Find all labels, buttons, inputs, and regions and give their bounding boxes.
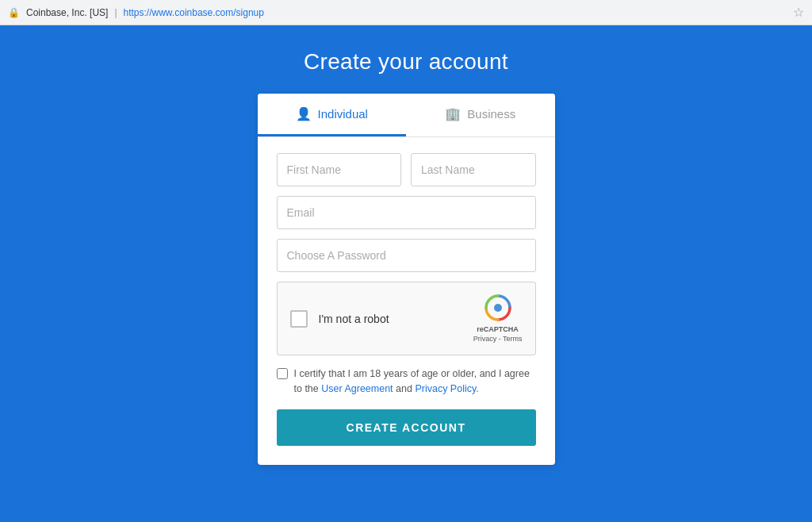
first-name-input[interactable] [277,153,402,186]
bookmark-icon[interactable]: ☆ [793,5,804,20]
recaptcha-label: I'm not a robot [319,313,389,325]
certify-row: I certify that I am 18 years of age or o… [277,367,536,397]
separator: | [114,7,117,18]
create-account-button[interactable]: CREATE ACCOUNT [277,409,536,446]
password-input[interactable] [277,239,536,272]
site-name: Coinbase, Inc. [US] [26,7,108,18]
tab-business[interactable]: 🏢 Business [406,94,555,136]
url-bar: https://www.coinbase.com/signup [124,7,264,18]
password-row [277,239,536,272]
page-title: Create your account [304,49,508,75]
certify-text: I certify that I am 18 years of age or o… [294,367,536,397]
recaptcha-subtext: Privacy - Terms [473,335,523,344]
tab-individual-label: Individual [318,107,368,121]
last-name-input[interactable] [411,153,536,186]
certify-and-word: and [396,383,412,394]
signup-card: 👤 Individual 🏢 Business [258,94,555,465]
certify-checkbox[interactable] [277,368,288,379]
recaptcha-left: I'm not a robot [290,310,389,328]
recaptcha-checkbox[interactable] [290,310,308,328]
recaptcha-text: reCAPTCHA Privacy - Terms [473,325,523,344]
name-row [277,153,536,186]
tab-individual[interactable]: 👤 Individual [258,94,407,136]
email-row [277,196,536,229]
privacy-policy-link[interactable]: Privacy Policy [415,383,476,394]
recaptcha-widget: I'm not a robot reCAPTCHA [277,282,536,355]
business-icon: 🏢 [445,106,461,121]
recaptcha-brand-name: reCAPTCHA [473,325,523,335]
browser-bar: 🔒 Coinbase, Inc. [US] | https://www.coin… [0,0,812,25]
page-background: Create your account 👤 Individual 🏢 Busin… [0,25,812,522]
account-type-tabs: 👤 Individual 🏢 Business [258,94,555,137]
lock-icon: 🔒 [8,7,20,18]
tab-business-label: Business [467,107,515,121]
individual-icon: 👤 [296,106,312,121]
svg-point-0 [494,304,502,312]
user-agreement-link[interactable]: User Agreement [321,383,393,394]
form-area: I'm not a robot reCAPTCHA [258,137,555,465]
recaptcha-branding: reCAPTCHA Privacy - Terms [473,294,523,344]
recaptcha-logo [484,294,512,322]
email-input[interactable] [277,196,536,229]
